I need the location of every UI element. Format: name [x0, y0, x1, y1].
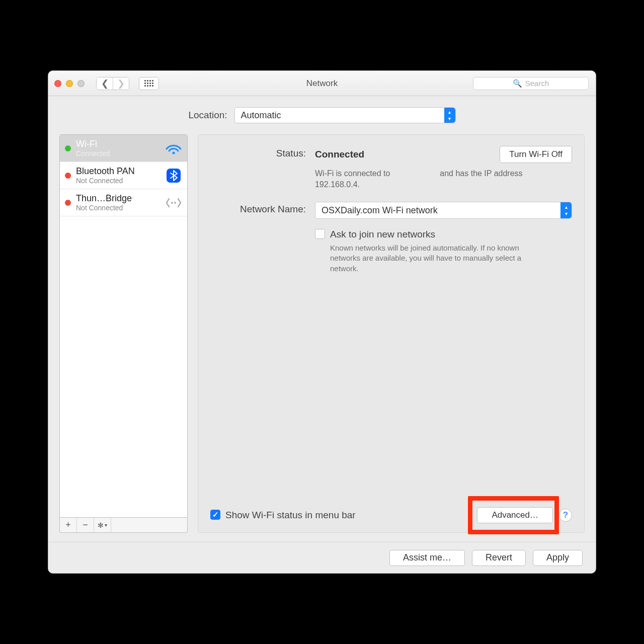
service-item-thunderbolt-bridge[interactable]: Thun…Bridge Not Connected [60, 189, 187, 216]
ask-to-join-hint: Known networks will be joined automatica… [330, 243, 541, 274]
assist-me-button[interactable]: Assist me… [389, 550, 465, 566]
service-name: Bluetooth PAN [76, 166, 160, 177]
wifi-icon [165, 141, 182, 155]
turn-wifi-off-button[interactable]: Turn Wi-Fi Off [500, 146, 572, 163]
dropdown-stepper-icon [444, 108, 455, 123]
service-status: Connected [76, 149, 160, 157]
service-actions-dropdown[interactable]: ✻▾ [94, 518, 111, 532]
location-dropdown[interactable]: Automatic [234, 107, 456, 123]
status-description: Wi-Fi is connected to and has the IP add… [315, 168, 531, 190]
status-dot-icon [65, 200, 71, 206]
gear-icon: ✻ [98, 521, 104, 529]
search-placeholder: Search [525, 79, 549, 88]
service-status: Not Connected [76, 204, 160, 212]
service-name: Thun…Bridge [76, 193, 160, 204]
window-titlebar: ❮ ❯ Network 🔍 Search [48, 71, 596, 96]
show-in-menubar-label: Show Wi-Fi status in menu bar [225, 510, 356, 521]
location-label: Location: [188, 110, 227, 121]
add-service-button[interactable]: + [60, 518, 77, 532]
detail-form: Status: Connected Turn Wi-Fi Off Wi-Fi i… [210, 146, 572, 274]
location-row: Location: Automatic [48, 96, 596, 128]
chevron-down-icon: ▾ [105, 522, 107, 528]
svg-point-3 [174, 202, 176, 204]
service-item-bluetooth-pan[interactable]: Bluetooth PAN Not Connected [60, 162, 187, 189]
svg-point-0 [173, 151, 175, 154]
status-value: Connected [315, 149, 364, 160]
service-item-wifi[interactable]: Wi-Fi Connected [60, 135, 187, 162]
network-name-dropdown[interactable]: OSXDaily.com Wi-Fi network [315, 202, 572, 219]
network-name-value: OSXDaily.com Wi-Fi network [321, 205, 438, 216]
location-value: Automatic [241, 110, 281, 121]
status-label: Status: [210, 146, 306, 159]
services-sidebar: Wi-Fi Connected Bluetooth PAN [59, 134, 188, 533]
ask-to-join-checkbox[interactable] [315, 229, 325, 239]
network-name-label: Network Name: [210, 202, 306, 215]
dropdown-stepper-icon [560, 202, 572, 218]
network-preferences-window: ❮ ❯ Network 🔍 Search Location: Automatic [48, 70, 596, 574]
status-dot-icon [65, 173, 71, 179]
service-status: Not Connected [76, 177, 160, 185]
search-input[interactable]: 🔍 Search [473, 77, 589, 90]
remove-service-button[interactable]: − [77, 518, 94, 532]
window-footer: Assist me… Revert Apply [48, 542, 596, 573]
ask-to-join-label: Ask to join new networks [330, 229, 541, 240]
svg-point-2 [171, 202, 173, 204]
help-button[interactable]: ? [559, 509, 572, 522]
status-dot-icon [65, 145, 71, 151]
apply-button[interactable]: Apply [533, 550, 583, 566]
detail-footer: Show Wi-Fi status in menu bar Advanced… … [210, 497, 572, 523]
search-icon: 🔍 [513, 79, 522, 88]
service-name: Wi-Fi [76, 139, 160, 149]
services-list-footer: + − ✻▾ [59, 518, 188, 533]
bluetooth-icon [165, 169, 182, 183]
show-in-menubar-checkbox[interactable] [210, 510, 220, 520]
services-list[interactable]: Wi-Fi Connected Bluetooth PAN [59, 134, 188, 518]
main-content: Wi-Fi Connected Bluetooth PAN [48, 128, 596, 542]
service-detail-panel: Status: Connected Turn Wi-Fi Off Wi-Fi i… [198, 134, 585, 533]
advanced-button[interactable]: Advanced… [477, 507, 553, 523]
revert-button[interactable]: Revert [472, 550, 526, 566]
thunderbolt-bridge-icon [165, 196, 182, 210]
